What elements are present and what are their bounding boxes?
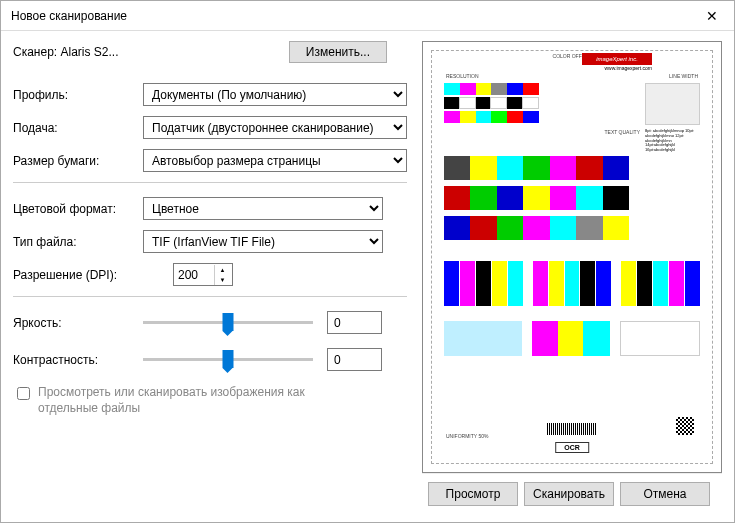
brightness-value[interactable] xyxy=(327,311,382,334)
separate-files-checkbox[interactable] xyxy=(17,387,30,400)
slider-thumb-icon[interactable] xyxy=(223,350,234,368)
profile-label: Профиль: xyxy=(13,88,143,102)
profile-select[interactable]: Документы (По умолчанию) xyxy=(143,83,407,106)
divider xyxy=(13,296,407,297)
preview-color-band xyxy=(444,216,629,240)
color-label: Цветовой формат: xyxy=(13,202,143,216)
preview-linewidth-label: LINE WIDTH xyxy=(669,73,698,79)
preview-patch-row xyxy=(444,261,700,306)
qr-icon xyxy=(676,417,694,435)
preview-uniformity-label: UNIFORMITY 50% xyxy=(446,433,488,439)
spin-down-icon[interactable]: ▼ xyxy=(214,275,230,285)
paper-select[interactable]: Автовыбор размера страницы xyxy=(143,149,407,172)
contrast-slider[interactable] xyxy=(143,350,313,370)
preview-page: COLOR OFFSET RESOLUTION LINE WIDTH image… xyxy=(431,50,713,464)
preview-ocr-label: OCR xyxy=(555,442,589,453)
dpi-input[interactable] xyxy=(174,268,214,282)
window-title: Новое сканирование xyxy=(11,9,689,23)
scan-button[interactable]: Сканировать xyxy=(524,482,614,506)
slider-thumb-icon[interactable] xyxy=(223,313,234,331)
preview-linewidth-box xyxy=(645,83,700,125)
preview-button[interactable]: Просмотр xyxy=(428,482,518,506)
contrast-label: Контрастность: xyxy=(13,353,143,367)
preview-type-specimen: 8pt: abcdefghijklmnop 10pt: abcdefghijkl… xyxy=(645,129,700,153)
brightness-slider[interactable] xyxy=(143,313,313,333)
barcode-icon xyxy=(547,423,597,435)
preview-url: www.imagexpert.com xyxy=(604,65,652,71)
divider xyxy=(13,182,407,183)
separate-files-label: Просмотреть или сканировать изображения … xyxy=(38,385,338,416)
preview-textquality-label: TEXT QUALITY xyxy=(605,129,640,135)
preview-logo: imageXpert inc. xyxy=(582,53,652,65)
source-select[interactable]: Податчик (двустороннее сканирование) xyxy=(143,116,407,139)
paper-label: Размер бумаги: xyxy=(13,154,143,168)
filetype-select[interactable]: TIF (IrfanView TIF File) xyxy=(143,230,383,253)
dpi-stepper[interactable]: ▲ ▼ xyxy=(173,263,233,286)
titlebar: Новое сканирование ✕ xyxy=(1,1,734,31)
close-icon[interactable]: ✕ xyxy=(689,1,734,31)
dpi-label: Разрешение (DPI): xyxy=(13,268,143,282)
color-select[interactable]: Цветное xyxy=(143,197,383,220)
spin-up-icon[interactable]: ▲ xyxy=(214,265,230,275)
cancel-button[interactable]: Отмена xyxy=(620,482,710,506)
preview-color-band xyxy=(444,186,629,210)
source-label: Подача: xyxy=(13,121,143,135)
scanner-label: Сканер: Alaris S2... xyxy=(13,45,119,59)
preview-pane: COLOR OFFSET RESOLUTION LINE WIDTH image… xyxy=(422,41,722,473)
brightness-label: Яркость: xyxy=(13,316,143,330)
preview-color-band xyxy=(444,156,629,180)
contrast-value[interactable] xyxy=(327,348,382,371)
preview-low-row xyxy=(444,321,700,356)
filetype-label: Тип файла: xyxy=(13,235,143,249)
change-scanner-button[interactable]: Изменить... xyxy=(289,41,387,63)
preview-resolution-label: RESOLUTION xyxy=(446,73,479,79)
preview-resolution-bars xyxy=(444,83,539,123)
